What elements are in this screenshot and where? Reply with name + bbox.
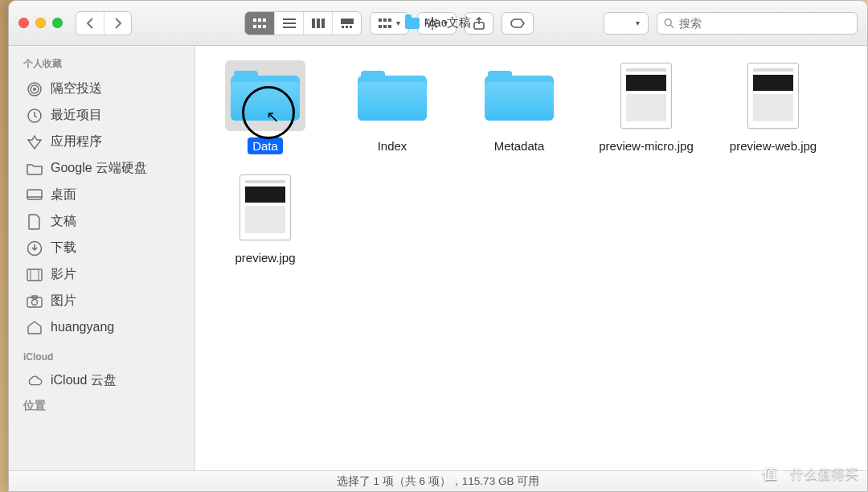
image-thumbnail — [225, 172, 305, 243]
window-controls — [18, 18, 63, 28]
svg-rect-41 — [27, 269, 42, 281]
column-view-button[interactable] — [303, 12, 332, 35]
svg-rect-14 — [346, 26, 348, 28]
svg-point-34 — [33, 88, 36, 91]
cloud-icon — [27, 373, 43, 389]
minimize-button[interactable] — [35, 18, 46, 28]
forward-button[interactable] — [104, 12, 131, 35]
download-icon — [27, 240, 43, 256]
folder-icon — [352, 60, 432, 131]
sidebar-item-home[interactable]: huangyang — [9, 314, 194, 340]
watermark: 值 什么值得买 — [756, 460, 858, 487]
sidebar-item-documents[interactable]: 文稿 — [9, 208, 194, 235]
sidebar-item-google-drive[interactable]: Google 云端硬盘 — [9, 155, 194, 182]
svg-rect-20 — [383, 25, 387, 28]
list-view-button[interactable] — [274, 12, 303, 35]
sidebar-item-label: 文稿 — [51, 213, 76, 230]
airdrop-icon — [27, 81, 43, 97]
search-input[interactable] — [679, 17, 850, 30]
folder-item[interactable]: Index — [329, 60, 456, 154]
movie-icon — [27, 267, 43, 283]
search-icon — [664, 18, 674, 29]
dropdown-button[interactable]: ▾ — [604, 12, 649, 35]
watermark-badge: 值 — [756, 460, 784, 487]
svg-rect-38 — [27, 190, 42, 199]
sidebar-item-label: 最近项目 — [51, 107, 102, 124]
svg-point-22 — [430, 21, 435, 26]
item-label: preview-micro.jpg — [594, 137, 698, 154]
file-item[interactable]: preview-micro.jpg — [583, 60, 710, 154]
svg-rect-7 — [283, 23, 296, 24]
folder-icon — [479, 60, 559, 131]
sidebar-item-movies[interactable]: 影片 — [9, 261, 194, 288]
sidebar-item-label: Google 云端硬盘 — [51, 160, 147, 177]
svg-rect-1 — [258, 18, 261, 22]
svg-rect-4 — [258, 25, 261, 28]
zoom-button[interactable] — [52, 18, 63, 28]
sidebar-item-downloads[interactable]: 下载 — [9, 235, 194, 261]
chevron-down-icon: ▾ — [636, 18, 640, 27]
sidebar-item-applications[interactable]: 应用程序 — [9, 129, 194, 155]
folder-item[interactable]: Metadata — [456, 60, 583, 154]
svg-rect-13 — [342, 26, 344, 28]
item-label: Metadata — [489, 137, 550, 154]
svg-line-27 — [428, 18, 430, 20]
sidebar: 个人收藏 隔空投送 最近项目 应用程序 Google 云端硬盘 桌面 — [9, 46, 195, 470]
sidebar-item-icloud-drive[interactable]: iCloud 云盘 — [9, 367, 194, 394]
close-button[interactable] — [18, 18, 29, 28]
tags-button[interactable] — [502, 12, 534, 35]
image-thumbnail — [733, 60, 813, 131]
view-mode-segment — [244, 11, 362, 35]
svg-rect-10 — [317, 18, 320, 28]
sidebar-item-label: 桌面 — [51, 187, 76, 203]
svg-rect-0 — [253, 18, 256, 22]
action-menu[interactable]: ▾ — [417, 12, 457, 35]
sidebar-item-recents[interactable]: 最近项目 — [9, 102, 194, 129]
svg-rect-8 — [283, 27, 296, 28]
arrange-menu[interactable]: ▾ — [370, 12, 409, 35]
watermark-text: 什么值得买 — [790, 465, 858, 483]
sidebar-item-label: 隔空投送 — [51, 80, 102, 97]
tag-icon — [510, 18, 525, 28]
svg-rect-17 — [383, 18, 387, 22]
file-item[interactable]: preview.jpg — [202, 172, 329, 266]
camera-icon — [27, 293, 43, 310]
svg-rect-12 — [341, 18, 354, 24]
icon-view-button[interactable] — [245, 12, 274, 35]
applications-icon — [27, 134, 43, 150]
chevron-down-icon: ▾ — [444, 18, 448, 27]
back-button[interactable] — [76, 12, 104, 35]
gallery-view-button[interactable] — [332, 12, 361, 35]
svg-rect-11 — [321, 18, 325, 28]
svg-rect-9 — [312, 18, 315, 28]
svg-rect-6 — [283, 18, 296, 20]
image-thumbnail — [606, 60, 686, 131]
sidebar-item-pictures[interactable]: 图片 — [9, 288, 194, 314]
titlebar: Mac文稿 ▾ ▾ — [9, 1, 867, 46]
sidebar-item-desktop[interactable]: 桌面 — [9, 182, 194, 208]
finder-window: Mac文稿 ▾ ▾ — [8, 0, 868, 492]
svg-rect-5 — [263, 25, 266, 28]
desktop-icon — [27, 187, 43, 203]
sidebar-item-label: 下载 — [51, 240, 76, 256]
svg-point-32 — [665, 18, 671, 25]
item-label: preview-web.jpg — [725, 137, 821, 154]
sidebar-section-header: 个人收藏 — [9, 54, 194, 76]
sidebar-item-airdrop[interactable]: 隔空投送 — [9, 76, 194, 102]
svg-rect-44 — [27, 297, 42, 307]
svg-rect-21 — [388, 25, 391, 28]
svg-rect-15 — [350, 26, 352, 28]
sidebar-item-label: iCloud 云盘 — [51, 372, 117, 389]
content-area[interactable]: DataIndexMetadatapreview-micro.jpgprevie… — [195, 46, 867, 470]
file-item[interactable]: preview-web.jpg — [710, 60, 837, 154]
sidebar-item-label: 图片 — [51, 293, 76, 310]
folder-icon — [27, 161, 43, 177]
svg-rect-16 — [379, 18, 382, 22]
clock-icon — [27, 108, 43, 124]
share-button[interactable] — [465, 12, 493, 35]
item-label: Data — [248, 137, 283, 154]
folder-item[interactable]: Data — [202, 60, 329, 154]
search-field[interactable] — [657, 12, 858, 35]
nav-buttons — [76, 11, 132, 35]
status-bar: 选择了 1 项（共 6 项），115.73 GB 可用 — [9, 470, 867, 491]
